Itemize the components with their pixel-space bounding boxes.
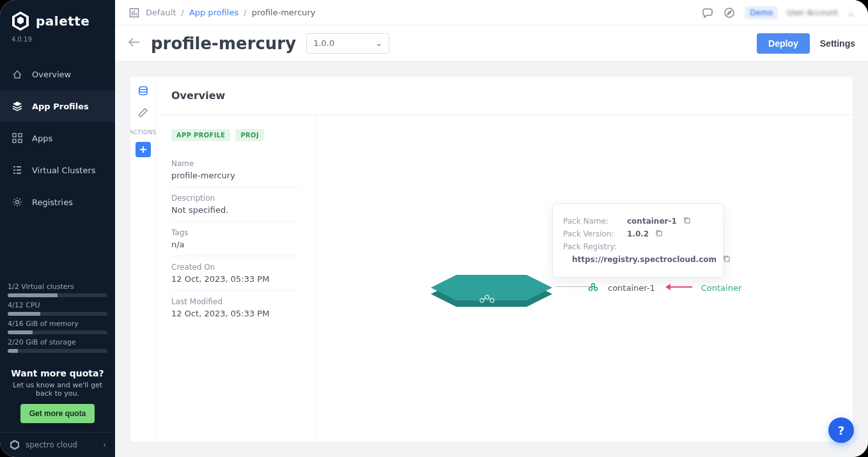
layers-icon xyxy=(12,100,23,112)
gear-icon xyxy=(12,196,23,208)
layer-hexagon[interactable] xyxy=(418,262,565,307)
brand-name: palette xyxy=(36,13,89,29)
quota-label: 2/20 GiB of storage xyxy=(8,338,76,346)
spectro-icon xyxy=(9,439,20,451)
field-value: n/a xyxy=(171,240,300,249)
field-label: Description xyxy=(171,194,300,203)
side-rail: ACTIONS xyxy=(130,77,156,442)
sidebar: palette 4.0.19 Overview App Profiles App… xyxy=(0,0,115,457)
list-icon xyxy=(12,164,23,176)
layer-tooltip: Pack Name:container-1 Pack Version:1.0.2… xyxy=(552,203,724,277)
quota-label: 4/12 CPU xyxy=(8,301,40,309)
tip-key: Pack Name: xyxy=(563,217,621,226)
tip-key: Pack Registry: xyxy=(563,242,621,251)
svg-marker-9 xyxy=(431,275,552,300)
tag-app-profile: APP PROFILE xyxy=(171,129,230,141)
project-icon[interactable] xyxy=(128,6,141,19)
sidebar-item-apps[interactable]: Apps xyxy=(0,122,115,154)
chevron-down-icon: ⌄ xyxy=(375,38,382,48)
svg-point-7 xyxy=(139,87,147,90)
compass-icon[interactable] xyxy=(723,6,736,19)
container-icon xyxy=(587,281,599,295)
profile-version-select[interactable]: 1.0.0 ⌄ xyxy=(306,33,389,54)
svg-rect-15 xyxy=(725,257,729,261)
palette-logo-icon xyxy=(12,12,29,31)
layer-link[interactable]: container-1 Container xyxy=(587,281,741,295)
sidebar-item-app-profiles[interactable]: App Profiles xyxy=(0,90,115,122)
svg-point-4 xyxy=(16,201,19,204)
field-label: Last Modified xyxy=(171,297,300,306)
field-value: 12 Oct, 2023, 05:33 PM xyxy=(171,309,300,318)
footer-label: spectro cloud xyxy=(26,440,77,449)
rail-actions-label: ACTIONS xyxy=(130,129,157,136)
tag-proj: PROJ xyxy=(235,129,263,141)
promo-text: Let us know and we'll get back to you. xyxy=(10,381,105,398)
field-label: Name xyxy=(171,159,300,168)
copy-icon[interactable] xyxy=(655,229,664,238)
svg-rect-13 xyxy=(685,219,690,223)
svg-rect-0 xyxy=(13,134,16,137)
crumb-sep: / xyxy=(244,8,246,17)
brand-logo[interactable]: palette xyxy=(0,12,115,35)
field-label: Created On xyxy=(171,263,300,272)
app-version: 4.0.19 xyxy=(0,35,115,54)
chevron-left-icon[interactable]: ‹ xyxy=(103,440,106,449)
quota-label: 4/16 GiB of memory xyxy=(8,320,79,328)
crumb-sep: / xyxy=(182,8,184,17)
svg-rect-2 xyxy=(13,139,16,143)
field-label: Tags xyxy=(171,228,300,237)
breadcrumb: Default / App profiles / profile-mercury xyxy=(128,6,316,19)
promo-title: Want more quota? xyxy=(10,368,105,378)
quota-usage: 1/2 Virtual clusters 4/12 CPU 4/16 GiB o… xyxy=(0,272,115,359)
sidebar-footer[interactable]: spectro cloud ‹ xyxy=(0,432,115,457)
grid-icon xyxy=(12,132,23,144)
svg-rect-14 xyxy=(657,231,662,236)
user-menu[interactable]: User Account xyxy=(787,8,838,17)
sidebar-item-label: Overview xyxy=(32,70,71,79)
main-area: Default / App profiles / profile-mercury… xyxy=(115,0,868,457)
get-more-quota-button[interactable]: Get more quota xyxy=(20,404,95,423)
back-button[interactable] xyxy=(128,37,141,49)
tip-value: container-1 xyxy=(627,217,677,226)
sidebar-item-overview[interactable]: Overview xyxy=(0,58,115,90)
chevron-down-icon[interactable]: ⌄ xyxy=(847,6,855,19)
sidebar-item-label: App Profiles xyxy=(32,102,89,111)
rail-overview-button[interactable] xyxy=(136,83,151,98)
section-heading: Overview xyxy=(156,77,853,115)
settings-button[interactable]: Settings xyxy=(820,38,855,49)
copy-icon[interactable] xyxy=(723,255,731,264)
rail-add-button[interactable] xyxy=(136,142,151,157)
profile-info: APP PROFILE PROJ Nameprofile-mercury Des… xyxy=(156,115,316,442)
quota-label: 1/2 Virtual clusters xyxy=(8,283,74,291)
tip-key: Pack Version: xyxy=(563,229,621,238)
page-title: profile-mercury xyxy=(151,34,296,53)
copy-icon[interactable] xyxy=(683,217,692,226)
tip-value: https://registry.spectrocloud.com xyxy=(572,255,717,264)
chat-icon[interactable] xyxy=(701,6,714,19)
dashboard-icon xyxy=(12,68,23,80)
layer-canvas: Pack Name:container-1 Pack Version:1.0.2… xyxy=(316,115,853,442)
project-selector[interactable]: Default xyxy=(146,8,176,17)
arrow-left-icon xyxy=(664,283,692,293)
quota-promo: Want more quota? Let us know and we'll g… xyxy=(0,359,115,432)
topbar: Default / App profiles / profile-mercury… xyxy=(115,0,868,26)
svg-rect-1 xyxy=(19,134,22,137)
sidebar-item-registries[interactable]: Registries xyxy=(0,186,115,218)
sidebar-item-label: Apps xyxy=(32,134,52,143)
deploy-button[interactable]: Deploy xyxy=(757,33,810,54)
svg-rect-3 xyxy=(19,139,22,143)
layer-name: container-1 xyxy=(608,283,655,293)
content: ACTIONS Overview APP PROFILE PROJ Namepr… xyxy=(115,61,868,457)
sidebar-item-virtual-clusters[interactable]: Virtual Clusters xyxy=(0,154,115,186)
sidebar-item-label: Registries xyxy=(32,198,73,207)
tenant-badge[interactable]: Demo xyxy=(745,6,778,19)
field-value: profile-mercury xyxy=(171,171,300,180)
sidebar-item-label: Virtual Clusters xyxy=(32,166,96,175)
field-value: 12 Oct, 2023, 05:33 PM xyxy=(171,274,300,284)
help-button[interactable]: ? xyxy=(828,417,854,443)
crumb-app-profiles[interactable]: App profiles xyxy=(189,8,238,17)
tip-value: 1.0.2 xyxy=(627,229,649,238)
primary-nav: Overview App Profiles Apps Virtual Clust… xyxy=(0,58,115,218)
rail-edit-button[interactable] xyxy=(136,105,151,120)
version-value: 1.0.0 xyxy=(313,38,334,48)
